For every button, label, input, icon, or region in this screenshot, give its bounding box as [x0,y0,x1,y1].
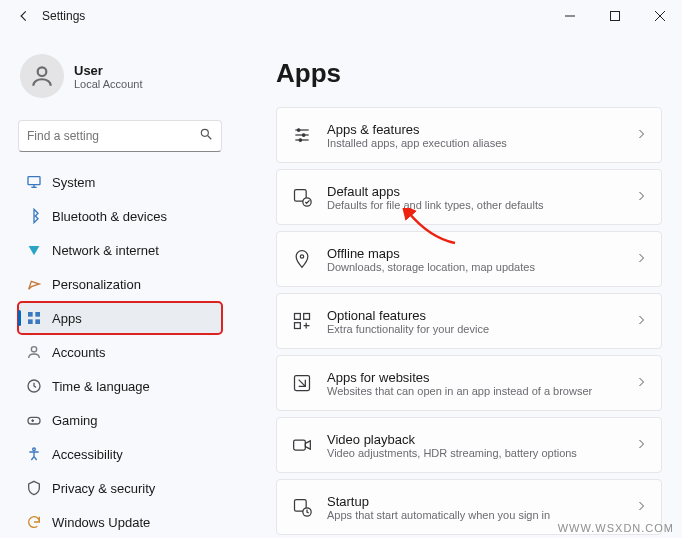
svg-point-14 [31,347,36,352]
card-title: Startup [327,494,621,509]
card-optional-features[interactable]: Optional featuresExtra functionality for… [276,293,662,349]
svg-rect-11 [35,312,40,317]
chevron-right-icon [635,436,647,454]
svg-point-4 [38,67,47,76]
sidebar-item-time[interactable]: Time & language [18,370,222,402]
svg-rect-29 [295,314,301,320]
personalization-icon [26,276,42,292]
main-panel: Apps Apps & featuresInstalled apps, app … [232,32,682,538]
minimize-button[interactable] [547,0,592,32]
card-default-apps[interactable]: Default appsDefaults for file and link t… [276,169,662,225]
sidebar-item-update[interactable]: Windows Update [18,506,222,538]
chevron-right-icon [635,312,647,330]
sidebar-item-privacy[interactable]: Privacy & security [18,472,222,504]
sidebar-item-label: Bluetooth & devices [52,209,167,224]
svg-point-19 [33,448,36,451]
card-title: Offline maps [327,246,621,261]
svg-rect-7 [28,177,40,185]
chevron-right-icon [635,374,647,392]
card-apps-features[interactable]: Apps & featuresInstalled apps, app execu… [276,107,662,163]
default-apps-icon [291,186,313,208]
sidebar-item-label: Accessibility [52,447,123,462]
apps-icon [26,310,42,326]
gaming-icon [26,412,42,428]
svg-rect-31 [295,323,301,329]
sidebar-item-apps[interactable]: Apps [18,302,222,334]
accounts-icon [26,344,42,360]
profile-name: User [74,63,143,78]
sidebar-item-label: Gaming [52,413,98,428]
sidebar-item-personalization[interactable]: Personalization [18,268,222,300]
apps-features-icon [291,124,313,146]
titlebar: Settings [0,0,682,32]
chevron-right-icon [635,126,647,144]
settings-window: Settings User Local Account [0,0,682,538]
svg-rect-12 [28,319,33,324]
card-subtitle: Apps that start automatically when you s… [327,509,621,521]
chevron-right-icon [635,498,647,516]
sidebar-item-label: Accounts [52,345,105,360]
nav-list: SystemBluetooth & devicesNetwork & inter… [18,166,222,538]
back-button[interactable] [10,2,38,30]
sidebar-item-accessibility[interactable]: Accessibility [18,438,222,470]
sidebar-item-label: Time & language [52,379,150,394]
svg-point-28 [300,255,303,258]
sidebar: User Local Account SystemBluetooth & dev… [0,32,232,538]
sidebar-item-label: System [52,175,95,190]
card-subtitle: Extra functionality for your device [327,323,621,335]
card-subtitle: Installed apps, app execution aliases [327,137,621,149]
sidebar-item-label: Windows Update [52,515,150,530]
svg-rect-33 [294,440,306,450]
sidebar-item-gaming[interactable]: Gaming [18,404,222,436]
apps-websites-icon [291,372,313,394]
close-button[interactable] [637,0,682,32]
card-offline-maps[interactable]: Offline mapsDownloads, storage location,… [276,231,662,287]
svg-point-23 [297,129,300,132]
card-title: Apps for websites [327,370,621,385]
search-icon [199,127,213,145]
sidebar-item-label: Privacy & security [52,481,155,496]
svg-rect-1 [610,12,619,21]
window-title: Settings [42,9,85,23]
card-subtitle: Downloads, storage location, map updates [327,261,621,273]
sidebar-item-accounts[interactable]: Accounts [18,336,222,368]
card-subtitle: Websites that can open in an app instead… [327,385,621,397]
time-icon [26,378,42,394]
profile-subtitle: Local Account [74,78,143,90]
sidebar-item-bluetooth[interactable]: Bluetooth & devices [18,200,222,232]
card-subtitle: Defaults for file and link types, other … [327,199,621,211]
card-title: Default apps [327,184,621,199]
sidebar-item-label: Personalization [52,277,141,292]
chevron-right-icon [635,188,647,206]
card-title: Apps & features [327,122,621,137]
card-apps-websites[interactable]: Apps for websitesWebsites that can open … [276,355,662,411]
sidebar-item-label: Network & internet [52,243,159,258]
video-playback-icon [291,434,313,456]
page-title: Apps [276,58,662,89]
svg-rect-13 [35,319,40,324]
system-icon [26,174,42,190]
chevron-right-icon [635,250,647,268]
network-icon [26,242,42,258]
update-icon [26,514,42,530]
svg-rect-10 [28,312,33,317]
svg-line-6 [208,136,212,140]
svg-point-5 [201,129,208,136]
card-title: Optional features [327,308,621,323]
maximize-button[interactable] [592,0,637,32]
accessibility-icon [26,446,42,462]
card-subtitle: Video adjustments, HDR streaming, batter… [327,447,621,459]
svg-point-24 [302,134,305,137]
card-list: Apps & featuresInstalled apps, app execu… [276,107,662,535]
card-video-playback[interactable]: Video playbackVideo adjustments, HDR str… [276,417,662,473]
avatar [20,54,64,98]
profile-block[interactable]: User Local Account [18,50,222,114]
watermark: WWW.WSXDN.COM [558,522,674,534]
sidebar-item-network[interactable]: Network & internet [18,234,222,266]
sidebar-item-system[interactable]: System [18,166,222,198]
sidebar-item-label: Apps [52,311,82,326]
search-box[interactable] [18,120,222,152]
svg-rect-30 [304,314,310,320]
search-input[interactable] [27,129,199,143]
svg-point-25 [299,139,302,142]
